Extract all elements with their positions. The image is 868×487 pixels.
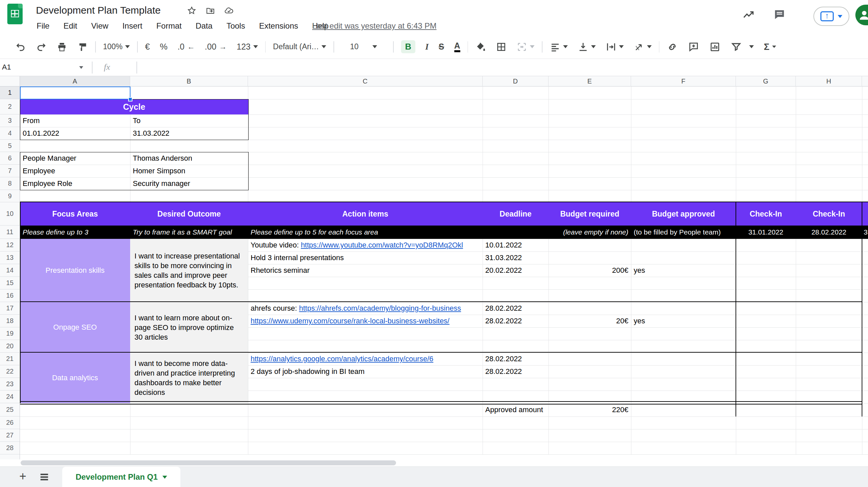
row-header-16[interactable]: 16	[0, 289, 20, 302]
row-header-10[interactable]: 10	[0, 202, 20, 226]
currency-format-button[interactable]: €	[145, 41, 150, 52]
cell-employee-role-label[interactable]: Employee Role	[20, 177, 130, 190]
account-icon[interactable]	[855, 5, 868, 25]
row-header-27[interactable]: 27	[0, 429, 20, 442]
name-box-caret[interactable]	[79, 66, 83, 69]
cell-deadline[interactable]: 28.02.2022	[483, 365, 549, 378]
move-folder-icon[interactable]	[206, 6, 215, 15]
fill-color-icon[interactable]	[475, 41, 486, 52]
header-checkin-2[interactable]: Check-In	[796, 202, 862, 226]
row-header-17[interactable]: 17	[0, 302, 20, 315]
row-header-5[interactable]: 5	[0, 140, 20, 152]
merge-cells-icon[interactable]	[517, 41, 534, 52]
row-header-21[interactable]: 21	[0, 353, 20, 365]
analytics-link[interactable]: https://analytics.google.com/analytics/a…	[251, 355, 433, 363]
font-size-select[interactable]: 10	[341, 42, 386, 51]
text-color-button[interactable]: A	[454, 41, 460, 52]
header-focus-areas[interactable]: Focus Areas	[20, 202, 130, 226]
add-sheet-icon[interactable]: +	[19, 469, 26, 483]
cell-budget[interactable]: 200€	[549, 264, 631, 277]
cell-approved[interactable]: yes	[631, 315, 736, 327]
cell-deadline[interactable]: 20.02.2022	[483, 264, 549, 277]
cell-deadline[interactable]: 28.02.2022	[483, 315, 549, 327]
menu-extensions[interactable]: Extensions	[258, 21, 299, 31]
insert-comment-icon[interactable]	[688, 41, 699, 53]
focus-data-analytics[interactable]: Data analytics	[20, 353, 130, 403]
note-focus[interactable]: Please define up to 3	[20, 226, 130, 239]
document-title[interactable]: Development Plan Template	[36, 5, 161, 16]
cell-action-ahrefs[interactable]: ahrefs course: https://ahrefs.com/academ…	[248, 302, 483, 315]
cell-action-job-shadowing[interactable]: 2 days of job-shadowing in BI team	[248, 365, 483, 378]
row-header-22[interactable]: 22	[0, 365, 20, 378]
cell-approved-amount-value[interactable]: 220€	[549, 403, 631, 417]
header-deadline[interactable]: Deadline	[483, 202, 549, 226]
selection-fill-handle[interactable]	[128, 97, 132, 101]
ahrefs-link[interactable]: https://ahrefs.com/academy/blogging-for-…	[299, 304, 461, 312]
cell-deadline[interactable]: 10.01.2022	[483, 239, 549, 252]
cell-action-presentations[interactable]: Hold 3 internal presentations	[248, 252, 483, 264]
cell-deadline[interactable]: 28.02.2022	[483, 353, 549, 365]
comment-history-icon[interactable]	[773, 8, 786, 21]
menu-format[interactable]: Format	[155, 21, 183, 31]
strikethrough-button[interactable]: S	[439, 42, 444, 52]
cell-approved[interactable]: yes	[631, 264, 736, 277]
create-filter-icon[interactable]	[731, 41, 754, 53]
cell-employee-value[interactable]: Homer Simpson	[130, 165, 248, 177]
column-header-F[interactable]: F	[631, 76, 736, 87]
cell-to-label[interactable]: To	[130, 115, 248, 127]
column-header-D[interactable]: D	[483, 76, 549, 87]
cell-action-analytics-course[interactable]: https://analytics.google.com/analytics/a…	[248, 353, 483, 365]
redo-icon[interactable]	[36, 41, 46, 52]
checkin-date-3[interactable]: 31.03.2022	[862, 226, 868, 239]
italic-button[interactable]: I	[425, 42, 429, 52]
percent-format-button[interactable]: %	[160, 41, 167, 52]
note-actions[interactable]: Please define up to 5 for each focus are…	[248, 226, 483, 239]
insert-chart-icon[interactable]	[709, 41, 720, 53]
cell-action-udemy[interactable]: https://www.udemy.com/course/rank-local-…	[248, 315, 483, 327]
horizontal-align-icon[interactable]	[550, 41, 568, 52]
outcome-onpage-seo[interactable]: I want to learn more about on-page SEO t…	[130, 302, 248, 353]
cell-cycle-title[interactable]: Cycle	[20, 99, 248, 115]
header-desired-outcome[interactable]: Desired Outcome	[130, 202, 248, 226]
checkin-date-1[interactable]: 31.01.2022	[736, 226, 796, 239]
row-header-25[interactable]: 25	[0, 403, 20, 417]
cell-budget[interactable]: 20€	[549, 315, 631, 327]
sheets-logo[interactable]	[7, 4, 23, 24]
header-action-items[interactable]: Action items	[248, 202, 483, 226]
udemy-link[interactable]: https://www.udemy.com/course/rank-local-…	[251, 317, 449, 325]
row-header-28[interactable]: 28	[0, 442, 20, 454]
focus-onpage-seo[interactable]: Onpage SEO	[20, 302, 130, 353]
present-dropdown-caret[interactable]	[838, 15, 842, 18]
cell-cycle-to[interactable]: 31.03.2022	[130, 127, 248, 140]
row-header-13[interactable]: 13	[0, 252, 20, 264]
row-header-1[interactable]: 1	[0, 87, 20, 99]
row-header-3[interactable]: 3	[0, 115, 20, 127]
bold-button[interactable]: B	[401, 40, 415, 53]
row-header-7[interactable]: 7	[0, 165, 20, 177]
menu-tools[interactable]: Tools	[225, 21, 246, 31]
cell-employee-label[interactable]: Employee	[20, 165, 130, 177]
borders-icon[interactable]	[496, 41, 506, 52]
sheet-tab-active[interactable]: Development Plan Q1	[62, 467, 180, 487]
row-header-15[interactable]: 15	[0, 277, 20, 289]
cell-people-manager-label[interactable]: People Manager	[20, 152, 130, 165]
star-icon[interactable]	[187, 6, 196, 15]
header-checkin-1[interactable]: Check-In	[736, 202, 796, 226]
column-header-A[interactable]: A	[20, 76, 130, 87]
font-select[interactable]: Default (Ari…	[273, 42, 326, 51]
spreadsheet-grid[interactable]: Cycle From To 01.01.2022 31.03.2022 Peop…	[20, 87, 868, 459]
note-outcome[interactable]: Try to frame it as a SMART goal	[130, 226, 248, 239]
cell-people-manager-value[interactable]: Thomas Anderson	[130, 152, 248, 165]
cell-from-label[interactable]: From	[20, 115, 130, 127]
row-header-20[interactable]: 20	[0, 340, 20, 353]
row-header-11[interactable]: 11	[0, 226, 20, 239]
focus-presentation-skills[interactable]: Presentation skills	[20, 239, 130, 302]
increase-decimals-button[interactable]: .00→	[205, 42, 227, 52]
cell-action-rhetorics[interactable]: Rhetorics seminar	[248, 264, 483, 277]
row-header-26[interactable]: 26	[0, 417, 20, 429]
row-header-19[interactable]: 19	[0, 327, 20, 340]
row-header-9[interactable]: 9	[0, 190, 20, 202]
horizontal-scrollbar[interactable]	[21, 460, 396, 465]
row-header-4[interactable]: 4	[0, 127, 20, 140]
more-formats-button[interactable]: 123	[237, 42, 258, 52]
